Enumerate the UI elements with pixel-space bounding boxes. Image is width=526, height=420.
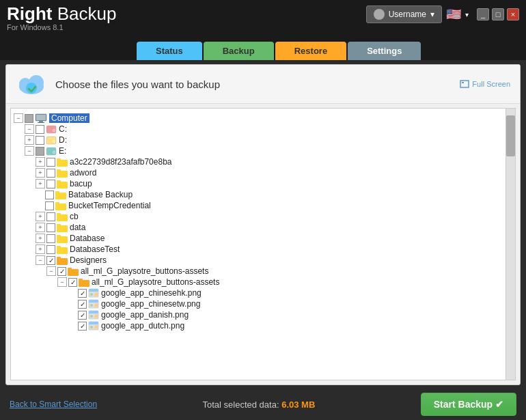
app-name-bold: Right <box>7 3 52 24</box>
app-name-rest: Backup <box>52 3 116 24</box>
tree-node[interactable]: E: <box>14 145 503 156</box>
tree-checkbox[interactable] <box>78 311 87 320</box>
tab-status[interactable]: Status <box>137 42 202 60</box>
tree-expander[interactable] <box>36 168 45 178</box>
tree-node-label: data <box>70 223 85 232</box>
tree-checkbox[interactable] <box>25 114 33 123</box>
fullscreen-button[interactable]: Full Screen <box>460 80 510 88</box>
svg-point-12 <box>53 130 55 131</box>
file-tree[interactable]: Computer C: D: E: a3c22739d8f23afafb70e8… <box>11 109 506 380</box>
tree-node[interactable]: google_app_danish.png <box>14 309 503 320</box>
title-bar-right: Username ▾ 🇺🇸 ▾ _ □ × <box>366 5 519 23</box>
svg-point-15 <box>53 141 55 142</box>
selected-info: Total selected data: 6.03 MB <box>97 400 421 410</box>
tree-checkbox[interactable] <box>46 180 55 188</box>
tree-node[interactable]: DatabaseTest <box>14 244 503 255</box>
drive-icon <box>46 125 57 134</box>
tree-checkbox[interactable] <box>46 234 55 243</box>
tree-node-label: google_app_chinesehk.png <box>101 288 202 298</box>
tree-expander[interactable] <box>25 146 34 156</box>
tree-node[interactable]: adword <box>14 167 503 178</box>
tree-node-label: Batabase Backup <box>68 190 133 199</box>
tree-checkbox[interactable] <box>46 245 55 254</box>
svg-rect-48 <box>57 257 61 259</box>
tree-checkbox[interactable] <box>57 267 66 276</box>
tree-checkbox[interactable] <box>36 147 44 156</box>
folder-icon <box>79 278 89 287</box>
folder-icon <box>57 234 68 243</box>
svg-rect-30 <box>55 191 59 193</box>
tree-node[interactable]: google_app_chinesetw.png <box>14 298 503 309</box>
tree-expander[interactable] <box>25 135 34 145</box>
maximize-button[interactable]: □ <box>492 8 504 20</box>
tree-checkbox[interactable] <box>45 201 54 210</box>
selected-size: 6.03 MB <box>281 400 315 410</box>
tree-expander[interactable] <box>36 255 45 265</box>
tree-node[interactable]: all_ml_G_playsotre_buttons-assets <box>14 277 503 288</box>
tree-node[interactable]: Computer <box>14 113 503 124</box>
tab-restore[interactable]: Restore <box>275 42 346 60</box>
tree-node-label: C: <box>59 124 67 134</box>
tree-expander[interactable] <box>25 124 34 134</box>
tree-checkbox[interactable] <box>46 256 55 265</box>
app-title: Right Backup <box>7 4 116 24</box>
tree-node[interactable]: all_ml_G_playsotre_buttons-assets <box>14 266 503 277</box>
tree-checkbox[interactable] <box>68 278 77 287</box>
minimize-button[interactable]: _ <box>477 8 489 20</box>
tree-checkbox[interactable] <box>45 191 54 199</box>
tree-expander[interactable] <box>14 113 23 123</box>
svg-rect-9 <box>38 122 44 123</box>
tree-node[interactable]: BucketTempCredential <box>14 200 503 211</box>
tree-node[interactable]: google_app_dutch.png <box>14 320 503 331</box>
tree-node[interactable]: bacup <box>14 178 503 189</box>
tree-checkbox[interactable] <box>46 169 55 178</box>
tree-checkbox[interactable] <box>46 212 55 221</box>
svg-rect-54 <box>79 279 83 281</box>
tree-expander[interactable] <box>36 212 45 221</box>
back-to-smart-selection-link[interactable]: Back to Smart Selection <box>10 400 97 409</box>
tree-checkbox[interactable] <box>78 300 87 309</box>
folder-icon <box>57 256 68 265</box>
tree-expander[interactable] <box>36 223 45 232</box>
tab-backup[interactable]: Backup <box>204 42 274 60</box>
scrollbar-thumb[interactable] <box>506 115 515 156</box>
tree-expander[interactable] <box>36 244 45 254</box>
tree-node-label: BucketTempCredential <box>68 201 151 210</box>
folder-icon <box>57 245 68 254</box>
tree-node[interactable]: Database <box>14 233 503 244</box>
tab-settings[interactable]: Settings <box>348 42 421 60</box>
tree-expander[interactable] <box>36 179 45 188</box>
tree-node[interactable]: a3c22739d8f23afafb70e8ba <box>14 156 503 167</box>
tree-node[interactable]: Batabase Backup <box>14 189 503 200</box>
tree-node-label: D: <box>59 135 67 145</box>
tree-node[interactable]: google_app_chinesehk.png <box>14 288 503 298</box>
svg-rect-5 <box>462 82 464 83</box>
user-avatar <box>374 9 385 20</box>
folder-icon <box>55 191 66 199</box>
tree-expander[interactable] <box>36 234 45 243</box>
tree-checkbox[interactable] <box>36 136 44 145</box>
tree-checkbox[interactable] <box>46 223 55 232</box>
user-button[interactable]: Username ▾ <box>366 5 442 23</box>
tree-node[interactable]: D: <box>14 135 503 145</box>
tree-checkbox[interactable] <box>36 125 44 134</box>
svg-point-65 <box>90 315 93 318</box>
folder-icon <box>57 180 68 188</box>
tree-node[interactable]: Designers <box>14 255 503 266</box>
tree-expander[interactable] <box>36 157 45 167</box>
svg-point-61 <box>90 304 93 307</box>
start-backup-button[interactable]: Start Backup ✔ <box>421 393 516 416</box>
tree-checkbox[interactable] <box>46 158 55 167</box>
tree-node[interactable]: C: <box>14 124 503 135</box>
tree-expander[interactable] <box>46 266 56 276</box>
vertical-scrollbar[interactable] <box>506 109 515 380</box>
tree-expander[interactable] <box>57 277 67 287</box>
header-bar: Choose the files you want to backup Full… <box>6 65 520 104</box>
tree-node[interactable]: cb <box>14 211 503 222</box>
tree-checkbox[interactable] <box>78 289 87 298</box>
close-button[interactable]: × <box>507 8 519 20</box>
tree-node-label: cb <box>70 212 79 221</box>
tree-node[interactable]: data <box>14 222 503 233</box>
folder-icon <box>57 223 68 232</box>
tree-checkbox[interactable] <box>78 322 87 331</box>
